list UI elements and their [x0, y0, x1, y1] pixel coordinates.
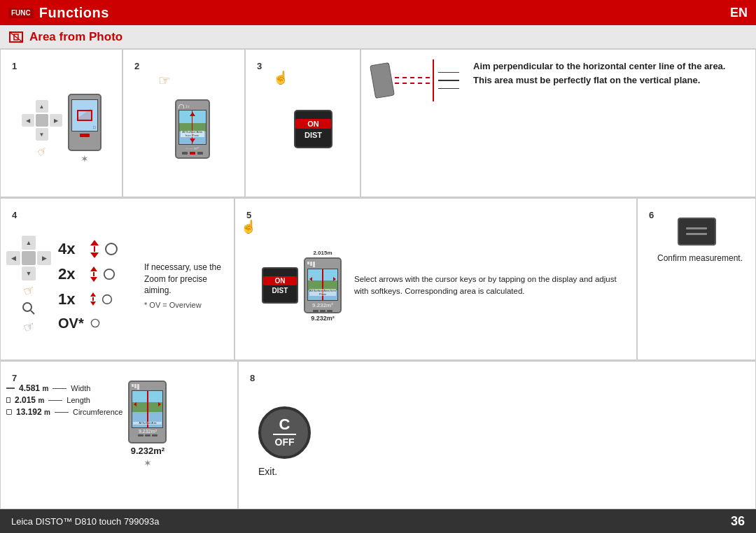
step3-cell: 3 ☝ ON DIST [245, 49, 360, 197]
step7-width-val: 4.581 [19, 383, 40, 393]
sub-header-title: Area from Photo [29, 30, 122, 44]
step3-desc-cell: Aim perpendicular to the horizontal cent… [360, 49, 756, 197]
header-title: Functions [39, 5, 109, 21]
zoom-2x: 2x [58, 265, 85, 283]
ov-note: * OV = Overview [144, 301, 228, 309]
step8-number: 8 [250, 373, 755, 383]
step5-measurement-top: 2.015m [313, 250, 332, 256]
step6-cell: 6 Confirm measurement. [637, 198, 756, 361]
c-button: C [279, 417, 290, 432]
step8-description: Exit. [258, 466, 277, 477]
sub-header: Area from Photo [0, 25, 756, 49]
footer: Leica DISTO™ D810 touch 799093a 36 [0, 509, 756, 533]
step7-width-unit: m [42, 385, 48, 392]
step7-length-unit: m [38, 397, 44, 404]
area-photo-icon [8, 29, 24, 45]
on-dist-5-dist: DIST [272, 287, 288, 294]
svg-point-6 [104, 269, 114, 278]
step7-area-unit: m² [153, 446, 164, 456]
step5-cell: 5 ☝ ON DIST 2.015m [234, 198, 637, 361]
svg-point-8 [91, 319, 99, 327]
step4-description: If necessary, use the Zoom for precise a… [144, 262, 228, 297]
step5-number: 5 [246, 210, 636, 220]
dist-label: DIST [304, 131, 322, 139]
zoom-circle-2x [103, 268, 115, 280]
func-badge: FUNC [8, 8, 34, 18]
step7-circ-val: 13.192 [16, 407, 42, 417]
step7-width-label: Width [71, 384, 90, 392]
step6-number: 6 [649, 210, 755, 220]
zoom-circle-4x [104, 242, 118, 256]
step5-description: Select arrows with the cursor keys or by… [347, 273, 631, 297]
header-left: FUNC Functions [8, 5, 109, 21]
step8-cell: 8 C OFF Exit. [238, 361, 756, 509]
step7-length-label: Length [66, 396, 90, 404]
zoom-icon [22, 301, 36, 315]
step4-cell: 4 ▲ ◀ ▶ ▼ ☞ [0, 198, 234, 361]
on-button: ON [295, 119, 331, 129]
step2-number: 2 [134, 61, 244, 71]
step7-length-val: 2.015 [15, 395, 36, 405]
step1-cell: 1 ▲ ◀ ▶ ▼ ☞ [0, 49, 122, 197]
zoom-4x: 4x [58, 240, 85, 258]
step6-description: Confirm measurement. [650, 253, 743, 354]
svg-point-3 [23, 303, 31, 311]
on-dist-5-on: ON [263, 276, 297, 285]
step3-description: Aim perpendicular to the horizontal cent… [466, 59, 744, 87]
step4-number: 4 [12, 210, 234, 220]
step2-cell: 2 ☞ 1x [122, 49, 245, 197]
step7-circ-unit: m [44, 408, 50, 416]
svg-line-4 [31, 311, 34, 314]
step3-number: 3 [257, 61, 360, 71]
footer-text: Leica DISTO™ D810 touch 799093a [11, 516, 160, 527]
svg-point-5 [106, 243, 117, 255]
header-lang: EN [730, 6, 748, 20]
svg-point-7 [103, 294, 112, 304]
zoom-ov: OV* [58, 315, 85, 332]
zoom-circle-1x [102, 294, 113, 305]
step7-circ-label: Circumference [73, 408, 123, 416]
off-button: OFF [275, 436, 295, 448]
step1-number: 1 [12, 61, 122, 71]
zoom-circle-ov [90, 318, 100, 328]
step7-number: 7 [12, 373, 237, 383]
step7-area-val: 9.232 [131, 446, 154, 456]
footer-page: 36 [731, 514, 745, 529]
step7-cell: 7 4.581 m Width [0, 361, 238, 509]
svg-line-1 [10, 32, 22, 42]
header: FUNC Functions EN [0, 0, 756, 25]
zoom-1x: 1x [58, 290, 85, 308]
